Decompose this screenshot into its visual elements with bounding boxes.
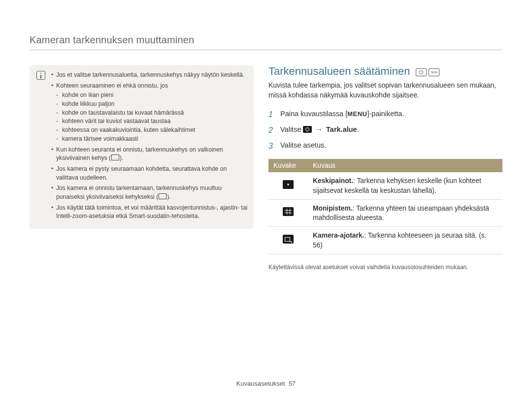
step-text: Valitse asetus. (280, 140, 326, 152)
options-table: Kuvake Kuvaus Keskipainot.: Tarkenna keh… (268, 159, 502, 254)
note-subitem: kohde liikkuu paljon (56, 100, 248, 109)
center-focus-icon (283, 180, 294, 189)
note-item-text: Kohteen seuraaminen ei ehkä onnistu, jos (56, 82, 168, 89)
section-intro: Kuvista tulee tarkempia, jos valitset so… (268, 81, 502, 100)
camera-mode-icon (416, 68, 427, 76)
note-box: Jos et valitse tarkennusaluetta, tarkenn… (30, 65, 254, 229)
manual-page: Kameran tarkennuksen muuttaminen Jos et … (0, 0, 532, 401)
table-row: Keskipainot.: Tarkenna kehyksen keskelle… (268, 172, 502, 199)
table-cell: Kamera-ajotark.: Tarkenna kohteeseen ja … (308, 227, 502, 254)
step2-end: . (357, 125, 359, 133)
note-item: Kohteen seuraaminen ei ehkä onnistu, jos… (51, 82, 248, 144)
info-icon (36, 71, 46, 223)
opt-name: Keskipainot. (313, 177, 353, 185)
note-subitem: kamera tärisee voimakkaasti (56, 135, 248, 144)
step-text: Valitse → Tark.alue. (280, 124, 359, 136)
tracking-focus-icon-cell (268, 227, 308, 254)
menu-button-icon: MENU (347, 109, 367, 119)
section-title: Tarkennusalueen säätäminen (268, 65, 410, 77)
step-2: 2 Valitse → Tark.alue. (268, 124, 502, 136)
note-item: Kun kohteen seuranta ei onnistu, tarkenn… (51, 146, 248, 163)
table-cell: Monipistem.: Tarkenna yhteen tai useampa… (308, 199, 502, 227)
opt-name: Kamera-ajotark. (313, 232, 364, 239)
note-subitem: kohde on taustavalaistu tai kuvaat hämär… (56, 109, 248, 118)
note-item: Jos kamera ei onnistu tarkentamaan, tark… (51, 184, 248, 201)
note-text-a: Kun kohteen seuranta ei onnistu, tarkenn… (56, 146, 223, 162)
red-frame-icon (159, 193, 166, 199)
mode-icons: SCN (416, 68, 439, 76)
note-item: Jos käytät tätä toimintoa, et voi määrit… (51, 204, 248, 221)
note-subitem: kohteen värit tai kuviot vastaavat taust… (56, 117, 248, 126)
table-row: Monipistem.: Tarkenna yhteen tai useampa… (268, 199, 502, 227)
multi-focus-icon (283, 207, 294, 216)
arrow-right-icon: → (316, 124, 323, 135)
table-cell: Keskipainot.: Tarkenna kehyksen keskelle… (308, 172, 502, 199)
page-footer: Kuvausasetukset 57 (0, 380, 532, 387)
footer-page: 57 (289, 380, 296, 387)
step-1: 1 Paina kuvaustilassa [MENU]-painiketta. (268, 109, 502, 121)
step2-target: Tark.alue (326, 125, 357, 133)
scene-mode-icon: SCN (429, 68, 439, 76)
col-icon-header: Kuvake (268, 159, 308, 172)
two-column-layout: Jos et valitse tarkennusaluetta, tarkenn… (30, 65, 502, 272)
note-item: Jos kamera ei pysty seuraamaan kohdetta,… (51, 165, 248, 182)
step-number: 3 (268, 140, 275, 152)
note-text-b: ). (120, 154, 123, 161)
note-item: Jos et valitse tarkennusaluetta, tarkenn… (51, 71, 248, 80)
note-sublist: kohde on liian pieni kohde liikkuu paljo… (56, 91, 248, 143)
table-row: Kamera-ajotark.: Tarkenna kohteeseen ja … (268, 227, 502, 254)
note-list: Jos et valitse tarkennusaluetta, tarkenn… (51, 71, 248, 223)
note-subitem: kohteessa on vaakakuviointia, kuten säle… (56, 126, 248, 135)
footer-section: Kuvausasetukset (236, 380, 285, 387)
section-heading-row: Tarkennusalueen säätäminen SCN (268, 65, 502, 78)
opt-name: Monipistem. (313, 205, 352, 212)
note-subitem: kohde on liian pieni (56, 91, 248, 100)
center-focus-icon-cell (268, 172, 308, 199)
page-title: Kameran tarkennuksen muuttaminen (30, 34, 502, 50)
step2-a: Valitse (280, 125, 303, 133)
step-3: 3 Valitse asetus. (268, 140, 502, 152)
step-text: Paina kuvaustilassa [MENU]-painiketta. (280, 109, 404, 121)
col-desc-header: Kuvaus (308, 159, 502, 172)
multi-focus-icon-cell (268, 199, 308, 227)
step1-a: Paina kuvaustilassa [ (280, 110, 347, 118)
white-frame-icon (111, 154, 119, 160)
step-number: 1 (268, 109, 275, 121)
camera-icon (303, 126, 312, 133)
section-footnote: Käytettävissä olevat asetukset voivat va… (268, 263, 502, 272)
note-text-b: ). (167, 193, 170, 200)
tracking-focus-icon (283, 235, 294, 244)
step1-b: ]-painiketta. (367, 110, 404, 118)
note-text-a: Jos kamera ei onnistu tarkentamaan, tark… (56, 185, 222, 200)
left-column: Jos et valitse tarkennusaluetta, tarkenn… (30, 65, 254, 272)
step-number: 2 (268, 124, 275, 136)
right-column: Tarkennusalueen säätäminen SCN Kuvista t… (268, 65, 502, 272)
